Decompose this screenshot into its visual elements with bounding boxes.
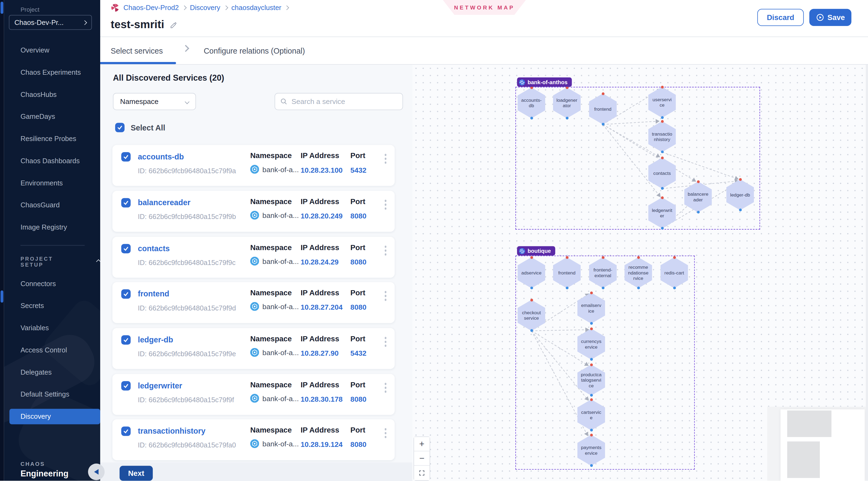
row-menu-button[interactable]	[383, 290, 387, 302]
sidebar-item-variables[interactable]: Variables	[4, 320, 100, 335]
tab-select-services[interactable]: Select services	[111, 46, 163, 56]
save-button[interactable]: Save	[809, 9, 851, 26]
sidebar-item-delegates[interactable]: Delegates	[4, 364, 100, 380]
namespace-value: bank-of-a...	[250, 302, 299, 311]
sidebar-item-discovery[interactable]: Discovery	[9, 409, 100, 424]
map-node-productcatalogservice[interactable]: productcatalogservice	[578, 364, 605, 395]
tab-configure-relations[interactable]: Configure relations (Optional)	[204, 46, 305, 56]
project-label: Project	[21, 6, 39, 13]
service-name-link[interactable]: ledger-db	[138, 335, 173, 344]
namespace-value: bank-of-a...	[250, 348, 299, 357]
sidebar-item-gamedays[interactable]: GameDays	[4, 109, 100, 125]
service-checkbox[interactable]	[121, 426, 131, 436]
sidebar-item-default-settings[interactable]: Default Settings	[4, 387, 100, 402]
map-node-redis-cart[interactable]: redis-cart	[660, 257, 688, 288]
map-node-loadgenerator[interactable]: loadgenerator	[553, 88, 581, 118]
map-node-accounts-db[interactable]: accounts-db	[518, 88, 545, 118]
search-input[interactable]	[291, 97, 397, 106]
row-menu-button[interactable]	[383, 245, 387, 256]
map-node-adservice[interactable]: adservice	[518, 257, 545, 288]
sidebar: Project Chaos-Dev-Pr... Overview Chaos E…	[4, 0, 100, 481]
service-checkbox[interactable]	[121, 152, 131, 162]
fullscreen-button[interactable]	[414, 466, 430, 480]
ip-value: 10.28.27.204	[301, 303, 343, 312]
service-card: transactionhistory ID: 662b6c9fcb96480a1…	[113, 419, 395, 460]
service-card: ledgerwriter ID: 662b6c9fcb96480a15c79f9…	[113, 374, 395, 415]
map-node-userservice[interactable]: userservice	[648, 87, 676, 118]
namespace-value: bank-of-a...	[250, 211, 299, 220]
row-menu-button[interactable]	[383, 427, 387, 439]
sidebar-item-chaos-dashboards[interactable]: Chaos Dashboards	[4, 153, 100, 169]
map-node-recommendationservice[interactable]: recommendationservice	[624, 257, 652, 288]
namespace-filter-dropdown[interactable]: Namespace	[113, 93, 196, 110]
map-node-paymentservice[interactable]: paymentservice	[578, 435, 605, 466]
breadcrumb-link-discovery[interactable]: Discovery	[190, 4, 220, 12]
discard-button[interactable]: Discard	[757, 9, 804, 26]
row-menu-button[interactable]	[383, 199, 387, 211]
zoom-in-button[interactable]: +	[414, 437, 430, 451]
map-node-emailservice[interactable]: emailservice	[578, 293, 605, 323]
next-button[interactable]: Next	[120, 466, 153, 481]
map-node-frontend[interactable]: frontend	[589, 93, 617, 124]
service-name-link[interactable]: ledgerwriter	[138, 381, 182, 390]
map-node-frontend-external[interactable]: frontend-external	[589, 257, 617, 288]
sidebar-collapse-button[interactable]	[88, 464, 104, 480]
search-icon	[280, 97, 288, 106]
service-name-link[interactable]: transactionhistory	[138, 426, 206, 436]
map-node-frontend-boutique[interactable]: frontend	[553, 257, 581, 288]
map-node-checkoutservice[interactable]: checkoutservice	[518, 300, 545, 331]
sidebar-item-image-registry[interactable]: Image Registry	[4, 220, 100, 235]
zoom-out-button[interactable]: −	[414, 451, 430, 466]
port-value: 8080	[350, 258, 366, 266]
sidebar-item-environments[interactable]: Environments	[4, 175, 100, 191]
sidebar-item-overview[interactable]: Overview	[4, 42, 100, 58]
breadcrumb-link-project[interactable]: Chaos-Dev-Prod2	[124, 4, 179, 12]
map-node-contacts[interactable]: contacts	[648, 158, 676, 188]
port-value: 8080	[350, 440, 366, 449]
map-node-transactionhistory[interactable]: transactionhistory	[648, 121, 676, 152]
sidebar-item-connectors[interactable]: Connectors	[4, 276, 100, 291]
service-id: ID: 662b6c9fcb96480a15c79f9f	[138, 396, 234, 404]
project-setup-section[interactable]: PROJECT SETUP	[21, 256, 100, 268]
scrollbar[interactable]	[866, 65, 868, 481]
port-value: 5432	[350, 166, 366, 174]
map-node-cartservice[interactable]: cartservice	[578, 399, 605, 430]
row-menu-button[interactable]	[383, 153, 387, 165]
select-all-checkbox[interactable]	[115, 123, 125, 132]
map-node-ledger-db[interactable]: ledger-db	[726, 179, 754, 210]
service-checkbox[interactable]	[121, 381, 131, 391]
service-name-link[interactable]: contacts	[138, 244, 170, 253]
project-selector[interactable]: Chaos-Dev-Pr...	[9, 15, 92, 30]
cluster-badge-bank-of-anthos[interactable]: bank-of-anthos	[517, 77, 572, 87]
tab-chevron-icon	[182, 45, 189, 52]
sidebar-item-chaos-experiments[interactable]: Chaos Experiments	[4, 65, 100, 80]
row-menu-button[interactable]	[383, 336, 387, 348]
row-menu-button[interactable]	[383, 382, 387, 393]
map-minimap[interactable]	[767, 407, 868, 481]
service-checkbox[interactable]	[121, 198, 131, 207]
namespace-value: bank-of-a...	[250, 439, 299, 448]
sidebar-item-secrets[interactable]: Secrets	[4, 298, 100, 314]
service-name-link[interactable]: frontend	[138, 289, 169, 298]
service-checkbox[interactable]	[121, 244, 131, 253]
chevron-down-icon	[185, 99, 189, 104]
kubernetes-icon	[519, 248, 525, 254]
sidebar-item-resilience-probes[interactable]: Resilience Probes	[4, 131, 100, 147]
map-node-balancereader[interactable]: balancereader	[684, 181, 712, 212]
sidebar-item-chaosguard[interactable]: ChaosGuard	[4, 198, 100, 213]
map-node-ledgerwriter[interactable]: ledgerwriter	[648, 198, 676, 228]
sidebar-item-chaoshubs[interactable]: ChaosHubs	[4, 87, 100, 102]
service-name-link[interactable]: accounts-db	[138, 152, 184, 161]
edit-pencil-icon[interactable]	[170, 21, 178, 29]
sidebar-item-access-control[interactable]: Access Control	[4, 343, 100, 358]
breadcrumb-link-cluster[interactable]: chaosdaycluster	[231, 4, 281, 12]
nav-rail-accent-mid[interactable]	[1, 290, 3, 302]
service-name-link[interactable]: balancereader	[138, 198, 190, 207]
nav-rail-accent-top[interactable]	[1, 2, 3, 14]
service-checkbox[interactable]	[121, 289, 131, 299]
circled-play-icon	[816, 13, 824, 22]
service-checkbox[interactable]	[121, 335, 131, 345]
cluster-badge-boutique[interactable]: boutique	[517, 246, 555, 256]
map-node-currencyservice[interactable]: currencyservice	[578, 329, 605, 359]
network-map[interactable]: bank-of-anthos accounts-db loadgenerator…	[412, 65, 868, 481]
